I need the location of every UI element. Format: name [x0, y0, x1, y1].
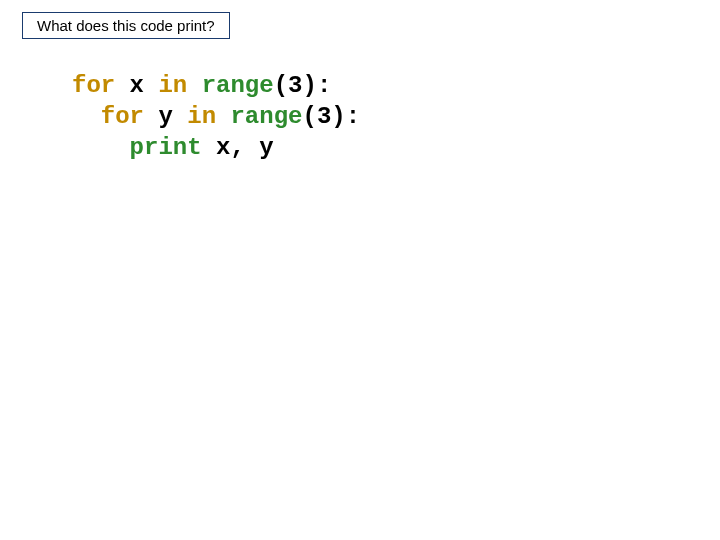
code-text: x, y	[202, 134, 274, 161]
code-line-3: print x, y	[72, 134, 274, 161]
keyword-in: in	[187, 103, 216, 130]
slide: What does this code print? for x in rang…	[0, 0, 720, 540]
code-text: y	[144, 103, 187, 130]
code-indent	[72, 103, 101, 130]
code-text: (3):	[302, 103, 360, 130]
builtin-range: range	[202, 72, 274, 99]
title-box: What does this code print?	[22, 12, 230, 39]
code-indent	[72, 134, 130, 161]
code-text: (3):	[274, 72, 332, 99]
keyword-in: in	[158, 72, 187, 99]
code-text	[187, 72, 201, 99]
title-text: What does this code print?	[37, 17, 215, 34]
code-block: for x in range(3): for y in range(3): pr…	[72, 70, 360, 164]
keyword-for: for	[72, 72, 115, 99]
code-text	[216, 103, 230, 130]
keyword-for: for	[101, 103, 144, 130]
code-text: x	[115, 72, 158, 99]
code-line-2: for y in range(3):	[72, 103, 360, 130]
builtin-print: print	[130, 134, 202, 161]
code-line-1: for x in range(3):	[72, 72, 331, 99]
builtin-range: range	[230, 103, 302, 130]
